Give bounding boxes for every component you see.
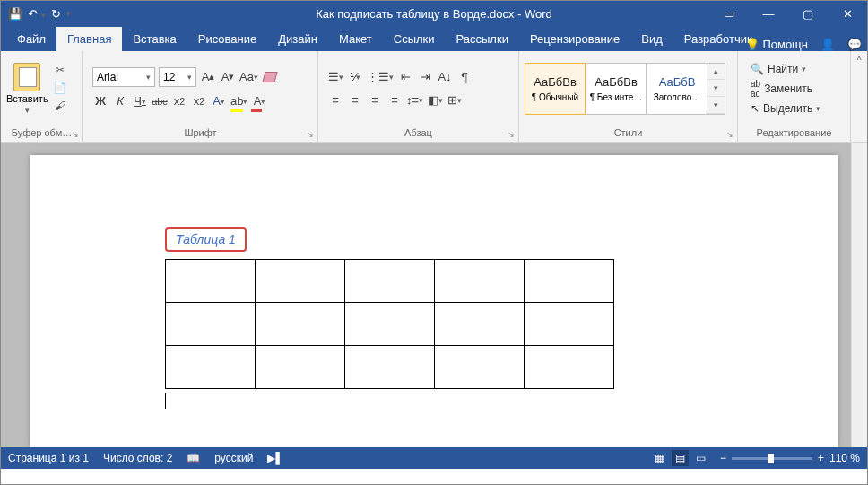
ribbon-options-icon[interactable]: ▭ [709,1,749,26]
undo-icon[interactable]: ↶ ▾ [28,7,46,21]
web-layout-icon[interactable]: ▭ [696,452,706,464]
cursor-icon: ↖ [751,102,760,115]
save-icon[interactable]: 💾 [8,7,22,21]
subscript-button[interactable]: x2 [171,92,187,110]
cut-icon[interactable]: ✂ [52,64,68,78]
dialog-launcher-icon[interactable]: ↘ [726,130,733,139]
shading-icon[interactable]: ◧▾ [427,91,443,109]
table-row [166,346,614,389]
multilevel-list-icon[interactable]: ⋮☰▾ [367,68,394,86]
bold-button[interactable]: Ж [92,92,108,110]
collapse-ribbon-icon[interactable]: ^ [851,51,867,142]
font-family-select[interactable]: Arial▾ [92,67,155,87]
status-word-count[interactable]: Число слов: 2 [103,452,172,464]
zoom-out-button[interactable]: − [720,452,726,464]
style-normal[interactable]: АаБбВв ¶ Обычный [525,63,586,115]
italic-button[interactable]: К [112,92,128,110]
qat-more-icon[interactable]: ▾ [66,9,71,18]
find-button[interactable]: 🔍Найти ▾ [751,63,820,75]
share-icon[interactable]: 👤 [820,38,835,51]
tell-me[interactable]: 💡 Помощн [745,38,808,51]
group-label-editing: Редактирование [738,126,850,142]
view-switcher: ▦ ▤ ▭ [655,450,706,466]
line-spacing-icon[interactable]: ↕≡▾ [406,91,423,109]
zoom-in-button[interactable]: + [818,452,824,464]
dialog-launcher-icon[interactable]: ↘ [72,130,79,139]
font-size-select[interactable]: 12▾ [159,67,196,87]
grow-font-icon[interactable]: A▴ [200,68,216,86]
align-right-icon[interactable]: ≡ [367,91,383,109]
tab-draw[interactable]: Рисование [187,27,267,51]
select-button[interactable]: ↖Выделить▾ [751,102,820,115]
change-case-icon[interactable]: Aa▾ [239,68,258,86]
styles-more-icon[interactable]: ▾ [707,97,725,114]
redo-icon[interactable]: ↻ [51,7,61,21]
chevron-down-icon: ▾ [25,106,30,115]
text-cursor [165,393,166,409]
zoom-slider[interactable] [732,457,812,460]
status-bar: Страница 1 из 1 Число слов: 2 📖 русский … [1,447,867,469]
dialog-launcher-icon[interactable]: ↘ [508,130,515,139]
underline-button[interactable]: Ч▾ [132,92,148,110]
clear-format-icon[interactable] [262,68,278,86]
justify-icon[interactable]: ≡ [386,91,403,109]
zoom-controls: − + 110 % [720,452,860,464]
document-title: Как подписать таблицу в Ворде.docx - Wor… [316,7,552,21]
tab-design[interactable]: Дизайн [267,27,328,51]
sort-icon[interactable]: A↓ [437,68,453,86]
tab-mailings[interactable]: Рассылки [446,27,519,51]
group-styles: АаБбВв ¶ Обычный АаБбВв ¶ Без инте… АаБб… [519,51,738,142]
spellcheck-icon[interactable]: 📖 [187,452,200,464]
comments-icon[interactable]: 💬 [847,38,862,51]
text-effects-icon[interactable]: A▾ [211,92,227,110]
borders-icon[interactable]: ⊞▾ [447,91,463,109]
highlight-icon[interactable]: ab▾ [230,92,247,110]
format-painter-icon[interactable]: 🖌 [52,100,68,114]
status-language[interactable]: русский [214,452,253,464]
tab-home[interactable]: Главная [56,27,122,51]
tab-insert[interactable]: Вставка [122,27,187,51]
copy-icon[interactable]: 📄 [52,82,68,96]
zoom-level[interactable]: 110 % [829,452,860,464]
tab-references[interactable]: Ссылки [383,27,446,51]
tab-layout[interactable]: Макет [328,27,383,51]
minimize-button[interactable]: — [749,1,788,26]
superscript-button[interactable]: x2 [191,92,207,110]
strikethrough-button[interactable]: abc [152,92,168,110]
page[interactable]: Таблица 1 [30,155,838,447]
window-controls: ▭ — ▢ ✕ [709,1,867,26]
increase-indent-icon[interactable]: ⇥ [417,68,433,86]
vertical-scrollbar[interactable] [851,143,867,447]
shrink-font-icon[interactable]: A▾ [220,68,236,86]
paste-button[interactable]: Вставить ▾ [6,63,48,115]
styles-down-icon[interactable]: ▾ [707,80,725,97]
table-caption[interactable]: Таблица 1 [165,227,247,252]
styles-scroll: ▴ ▾ ▾ [707,63,725,115]
align-center-icon[interactable]: ≡ [347,91,363,109]
tab-review[interactable]: Рецензирование [519,27,630,51]
close-button[interactable]: ✕ [828,1,867,26]
tab-view[interactable]: Вид [630,27,673,51]
macro-icon[interactable]: ▶▌ [267,452,283,464]
group-label-clipboard: Буфер обм…↘ [1,126,82,142]
show-marks-icon[interactable]: ¶ [456,68,473,86]
document-table[interactable] [165,259,614,389]
decrease-indent-icon[interactable]: ⇤ [397,68,413,86]
style-heading1[interactable]: АаБбВ Заголово… [647,63,707,115]
styles-up-icon[interactable]: ▴ [707,64,725,81]
bullets-icon[interactable]: ☰▾ [327,68,343,86]
style-name: ¶ Обычный [532,92,578,102]
align-left-icon[interactable]: ≡ [327,91,343,109]
font-color-icon[interactable]: A▾ [251,92,267,110]
status-page[interactable]: Страница 1 из 1 [8,452,89,464]
group-label-styles: Стили↘ [519,126,737,142]
numbering-icon[interactable]: ⅟▾ [347,68,363,86]
dialog-launcher-icon[interactable]: ↘ [307,130,314,139]
tab-file[interactable]: Файл [6,27,56,51]
style-no-spacing[interactable]: АаБбВв ¶ Без инте… [586,63,647,115]
restore-button[interactable]: ▢ [788,1,828,26]
paste-label: Вставить [6,93,48,104]
replace-button[interactable]: abacЗаменить [751,79,820,99]
print-layout-icon[interactable]: ▤ [672,450,689,466]
read-mode-icon[interactable]: ▦ [655,452,664,464]
